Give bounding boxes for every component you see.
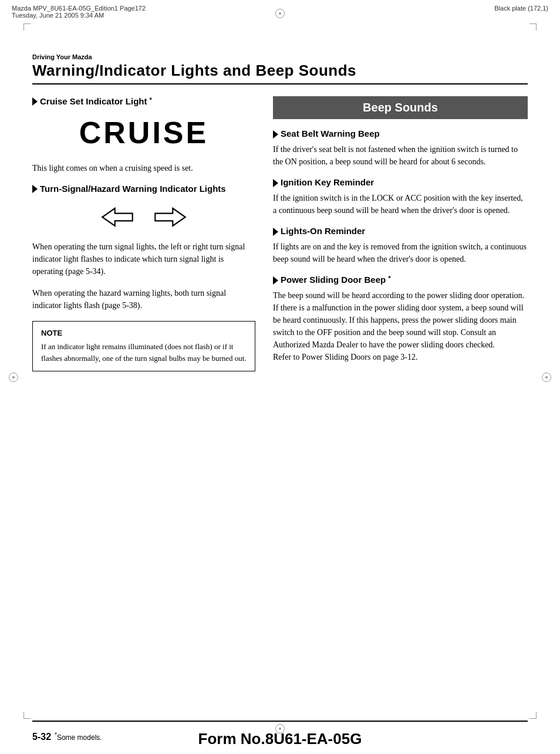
ignition-key-body: If the ignition switch is in the LOCK or… — [273, 192, 528, 217]
seat-belt-header: Seat Belt Warning Beep — [273, 129, 528, 138]
turn-signal-body2: When operating the hazard warning lights… — [32, 287, 255, 312]
lights-on-header: Lights-On Reminder — [273, 226, 528, 236]
section-label: Driving Your Mazda — [32, 53, 528, 60]
left-column: Cruise Set Indicator Light* CRUISE This … — [32, 96, 255, 373]
arrow-left-icon — [100, 205, 135, 229]
footer-some-models: *Some models. — [55, 732, 102, 742]
form-number: Form No.8U61-EA-05G — [198, 730, 362, 748]
power-sliding-header-text: Power Sliding Door Beep — [281, 275, 386, 285]
arrow-right-icon — [153, 205, 188, 229]
heading-rule — [32, 83, 528, 84]
svg-marker-1 — [155, 208, 185, 226]
svg-marker-0 — [102, 208, 132, 226]
header-plate: Black plate (172,1) — [494, 5, 548, 12]
cruise-triangle-icon — [32, 97, 38, 106]
cruise-asterisk: * — [150, 96, 152, 103]
power-sliding-asterisk: * — [388, 275, 390, 282]
corner-mark-tr — [529, 23, 537, 31]
cruise-section-header: Cruise Set Indicator Light* — [32, 96, 255, 106]
reg-mark-left — [9, 373, 18, 382]
beep-sounds-banner: Beep Sounds — [273, 96, 528, 119]
page-number: 5-32 — [32, 732, 51, 742]
power-sliding-header: Power Sliding Door Beep* — [273, 275, 528, 285]
note-text: If an indicator light remains illuminate… — [41, 341, 247, 364]
main-heading: Warning/Indicator Lights and Beep Sounds — [32, 62, 528, 80]
cruise-display-text: CRUISE — [32, 115, 255, 150]
cruise-body-text: This light comes on when a cruising spee… — [32, 162, 255, 174]
two-col-layout: Cruise Set Indicator Light* CRUISE This … — [32, 96, 528, 373]
ignition-key-header-text: Ignition Key Reminder — [281, 177, 374, 187]
lights-on-triangle-icon — [273, 228, 278, 236]
right-column: Beep Sounds Seat Belt Warning Beep If th… — [273, 96, 528, 373]
some-models-text: Some models. — [57, 733, 102, 742]
turn-signal-body1: When operating the turn signal lights, t… — [32, 241, 255, 278]
power-sliding-triangle-icon — [273, 276, 278, 285]
ignition-key-header: Ignition Key Reminder — [273, 177, 528, 187]
footer-rule — [32, 721, 528, 722]
page-container: Mazda MPV_8U61-EA-05G_Edition1 Page172 T… — [0, 0, 560, 754]
corner-mark-tl — [23, 23, 31, 31]
turn-signal-icons — [32, 205, 255, 229]
footer-left: 5-32 *Some models. — [32, 732, 102, 742]
seat-belt-header-text: Seat Belt Warning Beep — [281, 129, 380, 138]
lights-on-header-text: Lights-On Reminder — [281, 226, 365, 236]
corner-mark-br — [529, 712, 537, 719]
seat-belt-triangle-icon — [273, 130, 278, 138]
lights-on-body: If lights are on and the key is removed … — [273, 241, 528, 265]
ignition-triangle-icon — [273, 179, 278, 187]
note-box: NOTE If an indicator light remains illum… — [32, 321, 255, 371]
seat-belt-body: If the driver's seat belt is not fastene… — [273, 143, 528, 168]
turn-signal-triangle-icon — [32, 185, 38, 193]
corner-mark-bl — [23, 712, 31, 719]
content-area: Driving Your Mazda Warning/Indicator Lig… — [32, 53, 528, 373]
turn-signal-header-text: Turn-Signal/Hazard Warning Indicator Lig… — [40, 184, 226, 194]
reg-mark-top — [275, 9, 285, 18]
reg-mark-right — [542, 373, 551, 382]
turn-signal-section-header: Turn-Signal/Hazard Warning Indicator Lig… — [32, 184, 255, 194]
power-sliding-body: The beep sound will be heard according t… — [273, 289, 528, 363]
cruise-header-text: Cruise Set Indicator Light — [40, 96, 147, 106]
note-title: NOTE — [41, 329, 247, 337]
